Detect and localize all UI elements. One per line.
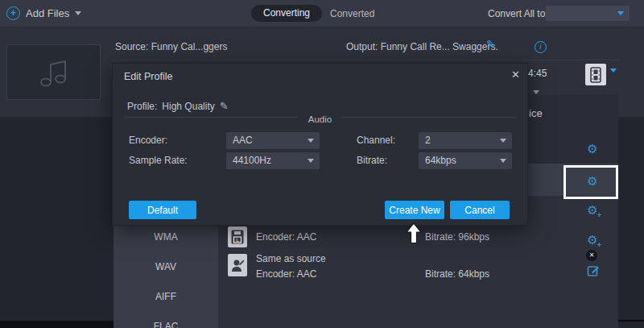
- encoder-select[interactable]: AAC: [226, 132, 320, 149]
- add-files-plus-icon: +: [6, 6, 20, 20]
- video-converter-window: + Add Files Converting Converted Convert…: [0, 0, 644, 328]
- create-new-button[interactable]: Create New: [385, 201, 444, 219]
- sample-rate-label: Sample Rate:: [129, 155, 188, 166]
- chevron-down-icon: [308, 159, 314, 163]
- profile-row-encoder: Encoder: AAC: [256, 268, 316, 280]
- user-edit-icon: [230, 257, 245, 273]
- bitrate-label: Bitrate:: [357, 155, 387, 166]
- plus-badge-icon: +: [597, 212, 601, 219]
- profile-quality-icon: L: [228, 226, 247, 247]
- default-button[interactable]: Default: [129, 201, 196, 219]
- settings-gear-icon[interactable]: ⚙: [585, 142, 600, 156]
- output-file-label: Output: Funny Call Re... Swaggers.: [346, 41, 498, 52]
- tab-converting[interactable]: Converting: [251, 5, 322, 22]
- settings-gear-plus-icon[interactable]: ⚙+: [585, 233, 600, 247]
- device-chevron-down-icon[interactable]: [610, 69, 617, 73]
- sample-rate-select[interactable]: 44100Hz: [226, 152, 320, 169]
- bottom-bar: [0, 321, 114, 328]
- plus-badge-icon: +: [597, 242, 601, 249]
- bitrate-select[interactable]: 64kbps: [419, 152, 512, 169]
- settings-gear-plus-icon[interactable]: ⚙+: [585, 203, 600, 218]
- sidebar-item-flac[interactable]: FLAC: [114, 312, 218, 328]
- add-files-chevron-down-icon[interactable]: [75, 11, 81, 15]
- close-icon[interactable]: ✕: [511, 69, 520, 81]
- file-thumbnail: [6, 44, 101, 100]
- profile-list-panel: ice: [522, 94, 618, 164]
- sidebar-item-aiff[interactable]: AIFF: [114, 282, 218, 312]
- profile-label: Profile:: [127, 101, 157, 112]
- cancel-button[interactable]: Cancel: [450, 201, 510, 219]
- audio-section-title: Audio: [113, 111, 527, 126]
- convert-all-to-select[interactable]: [546, 6, 630, 21]
- clipped-panel-text: ice: [529, 107, 543, 119]
- profile-row-name[interactable]: Same as source: [256, 253, 326, 264]
- chevron-down-icon: [617, 11, 624, 15]
- channel-select[interactable]: 2: [419, 132, 512, 149]
- edit-profile-icon[interactable]: [587, 264, 600, 280]
- channel-value: 2: [425, 135, 431, 146]
- rename-output-pencil-icon[interactable]: ✎: [486, 38, 496, 51]
- profile-row-bitrate: Bitrate: 64kbps: [425, 268, 489, 280]
- sidebar-item-wav[interactable]: WAV: [114, 252, 218, 282]
- chevron-down-icon: [500, 139, 506, 143]
- right-edge-divider: [618, 320, 644, 322]
- gear-glyph: ⚙: [587, 203, 597, 217]
- chevron-down-icon: [308, 139, 314, 143]
- profile-name: High Quality: [162, 101, 214, 112]
- output-format-button[interactable]: [585, 64, 606, 85]
- profile-row-bitrate: Bitrate: 96kbps: [425, 231, 489, 243]
- file-duration: 4:45: [528, 68, 547, 79]
- dialog-title: Edit Profile: [124, 71, 172, 82]
- sample-rate-value: 44100Hz: [233, 155, 271, 166]
- tab-converted[interactable]: Converted: [330, 8, 374, 19]
- rename-profile-pencil-icon[interactable]: ✎: [220, 100, 229, 112]
- convert-all-to-label: Convert All to:: [488, 8, 548, 19]
- chevron-down-icon: [500, 159, 506, 163]
- file-row-divider: [112, 60, 620, 60]
- encoder-label: Encoder:: [129, 135, 167, 146]
- sidebar-item-wma[interactable]: WMA: [114, 222, 218, 252]
- source-file-label: Source: Funny Cal...ggers: [115, 41, 227, 52]
- add-files-button[interactable]: + Add Files: [6, 0, 81, 27]
- highlight-rectangle-annotation: [564, 165, 618, 199]
- info-icon[interactable]: i: [535, 41, 547, 53]
- right-edge-panel: [618, 117, 644, 328]
- disk-icon: L: [231, 230, 244, 244]
- film-strip-icon: [590, 67, 601, 83]
- edit-profile-dialog: Edit Profile ✕ Profile: High Quality ✎ A…: [112, 63, 528, 226]
- file-list-background: [0, 117, 114, 328]
- add-files-label: Add Files: [26, 7, 69, 19]
- profile-row-encoder: Encoder: AAC: [256, 231, 316, 243]
- remove-file-icon[interactable]: ✕: [586, 250, 597, 261]
- channel-label: Channel:: [357, 135, 395, 146]
- profile-name-row: Profile: High Quality ✎: [127, 100, 229, 112]
- up-arrow-annotation: [405, 222, 423, 247]
- profile-custom-icon: [228, 254, 247, 276]
- music-note-icon: [35, 54, 72, 91]
- encoder-value: AAC: [233, 135, 253, 146]
- top-toolbar: + Add Files Converting Converted Convert…: [0, 0, 644, 27]
- bitrate-value: 64kbps: [425, 155, 456, 166]
- gear-glyph: ⚙: [587, 233, 597, 247]
